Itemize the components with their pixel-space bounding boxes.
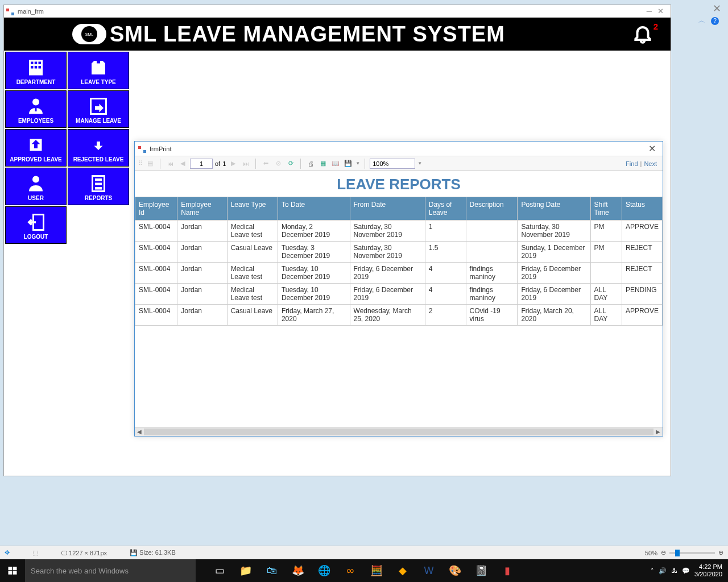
table-row[interactable]: SML-0004JordanMedical Leave testTuesday,… (135, 284, 663, 305)
svg-rect-19 (13, 567, 17, 570)
network-icon[interactable]: 🖧 (671, 567, 677, 574)
svg-rect-18 (9, 567, 13, 570)
chrome-icon[interactable]: 🌐 (312, 559, 337, 582)
clock[interactable]: 4:22 PM 3/20/2020 (694, 563, 722, 578)
svg-rect-16 (95, 187, 102, 190)
notepad-icon[interactable]: 📓 (469, 559, 494, 582)
table-cell: PM (590, 221, 622, 242)
start-button[interactable] (0, 559, 25, 582)
prev-page-button[interactable]: ◀ (177, 159, 188, 169)
column-header: Days of Leave (425, 197, 466, 221)
disk-icon: 💾 (130, 549, 139, 556)
sound-icon[interactable]: 🔊 (659, 567, 667, 575)
sidebar-leave-type[interactable]: LEAVE TYPE (68, 52, 129, 89)
table-cell: Jordan (177, 221, 227, 242)
table-cell: Friday, March 27, 2020 (278, 305, 350, 326)
scroll-right-arrow[interactable]: ▶ (653, 429, 663, 435)
table-cell: REJECT (622, 263, 662, 284)
zoom-select[interactable] (370, 159, 415, 169)
table-cell: Friday, 6 December 2019 (350, 284, 425, 305)
notifications-button[interactable]: 2 (632, 23, 653, 46)
zoom-in-button[interactable]: ⊕ (718, 549, 723, 556)
report-viewport[interactable]: LEAVE REPORTS Employee IdEmployee NameLe… (135, 171, 663, 427)
xampp-icon[interactable]: ∞ (338, 559, 363, 582)
pointer-icon: ✥ (5, 549, 10, 556)
table-cell: Monday, 2 December 2019 (278, 221, 350, 242)
table-cell (466, 242, 518, 263)
layout-button[interactable]: ▦ (318, 159, 328, 169)
table-row[interactable]: SML-0004JordanMedical Leave testTuesday,… (135, 263, 663, 284)
action-center-icon[interactable]: 💬 (682, 567, 690, 575)
svg-rect-9 (35, 107, 37, 111)
column-header: To Date (278, 197, 350, 221)
svg-rect-1 (31, 61, 34, 64)
sidebar-rejected-leave[interactable]: REJECTED LEAVE (68, 129, 129, 167)
sidebar-manage-leave[interactable]: MANAGE LEAVE (68, 90, 129, 128)
logout-icon (26, 211, 46, 234)
scroll-left-arrow[interactable]: ◀ (135, 429, 144, 435)
status-bar: ✥ ⬚ 🖵 1227 × 871px 💾 Size: 61.3KB 50% ⊖ … (0, 546, 728, 559)
horizontal-scrollbar[interactable]: ◀ ▶ (135, 427, 663, 436)
sidebar-approved-leave[interactable]: APPROVED LEAVE (5, 129, 67, 167)
find-link[interactable]: Find (626, 160, 638, 167)
close-button[interactable]: ✕ (657, 7, 664, 15)
form-icon (6, 7, 14, 15)
zoom-out-button[interactable]: ⊖ (661, 549, 666, 556)
tray-up-icon[interactable]: ˄ (651, 567, 654, 575)
scroll-track[interactable] (144, 429, 653, 435)
modal-close-button[interactable]: ✕ (645, 143, 659, 154)
print-button[interactable]: 🖨 (305, 159, 316, 169)
sidebar-logout[interactable]: LOGOUT (5, 206, 67, 244)
logo-text: SML (81, 26, 97, 42)
sidebar-label: MANAGE LEAVE (76, 118, 121, 124)
sidebar-reports[interactable]: REPORTS (68, 168, 129, 205)
table-row[interactable]: SML-0004JordanCasual LeaveTuesday, 3 Dec… (135, 242, 663, 263)
sidebar-department[interactable]: DEPARTMENT (5, 52, 67, 89)
table-cell: Medical Leave test (227, 263, 278, 284)
table-cell: APPROVE (622, 221, 662, 242)
taskbar: Search the web and Windows ▭ 📁 🛍 🦊 🌐 ∞ 🧮… (0, 559, 728, 582)
selection-icon: ⬚ (32, 549, 38, 556)
page-input[interactable] (190, 159, 213, 169)
table-row[interactable]: SML-0004JordanCasual LeaveFriday, March … (135, 305, 663, 326)
zoom-slider[interactable] (669, 552, 715, 554)
paint-icon[interactable]: 🎨 (442, 559, 468, 582)
explorer-icon[interactable]: 📁 (233, 559, 258, 582)
word-icon[interactable]: W (416, 559, 441, 582)
sublime-icon[interactable]: ◆ (390, 559, 415, 582)
taskview-icon[interactable]: ▭ (207, 559, 232, 582)
table-cell: Friday, 6 December 2019 (518, 263, 590, 284)
help-icon[interactable]: ? (711, 17, 719, 25)
outer-close-button[interactable]: ✕ (713, 2, 721, 15)
sidebar-label: APPROVED LEAVE (10, 156, 62, 163)
leave-type-icon (88, 56, 109, 79)
report-table: Employee IdEmployee NameLeave TypeTo Dat… (135, 197, 663, 326)
next-link[interactable]: Next (644, 160, 657, 167)
first-page-button[interactable]: ⏮ (165, 159, 175, 169)
page-setup-button[interactable]: 📖 (330, 159, 341, 169)
minimize-button[interactable]: ─ (647, 7, 652, 15)
next-page-button[interactable]: ▶ (228, 159, 238, 169)
search-box[interactable]: Search the web and Windows (25, 559, 196, 582)
export-button[interactable]: 💾 (343, 159, 353, 169)
sidebar-user[interactable]: USER (5, 168, 67, 205)
stop-button[interactable]: ⊘ (273, 159, 283, 169)
calc-icon[interactable]: 🧮 (364, 559, 389, 582)
app-icon[interactable]: ▮ (495, 559, 520, 582)
firefox-icon[interactable]: 🦊 (286, 559, 311, 582)
svg-rect-14 (95, 178, 102, 181)
store-icon[interactable]: 🛍 (259, 559, 284, 582)
table-row[interactable]: SML-0004JordanMedical Leave testMonday, … (135, 221, 663, 242)
approved-leave-icon (26, 134, 46, 156)
table-cell: Casual Leave (227, 305, 278, 326)
outer-chevron-icon[interactable]: ︿ (698, 16, 705, 26)
svg-rect-15 (95, 182, 102, 185)
search-placeholder: Search the web and Windows (31, 567, 129, 575)
refresh-button[interactable]: ⟳ (286, 159, 296, 169)
svg-rect-2 (35, 61, 38, 64)
sidebar-employees[interactable]: EMPLOYEES (5, 90, 67, 128)
last-page-button[interactable]: ⏭ (241, 159, 251, 169)
back-button[interactable]: ⬅ (260, 159, 271, 169)
clock-time: 4:22 PM (694, 563, 722, 571)
table-cell: Saturday, 30 November 2019 (350, 242, 425, 263)
